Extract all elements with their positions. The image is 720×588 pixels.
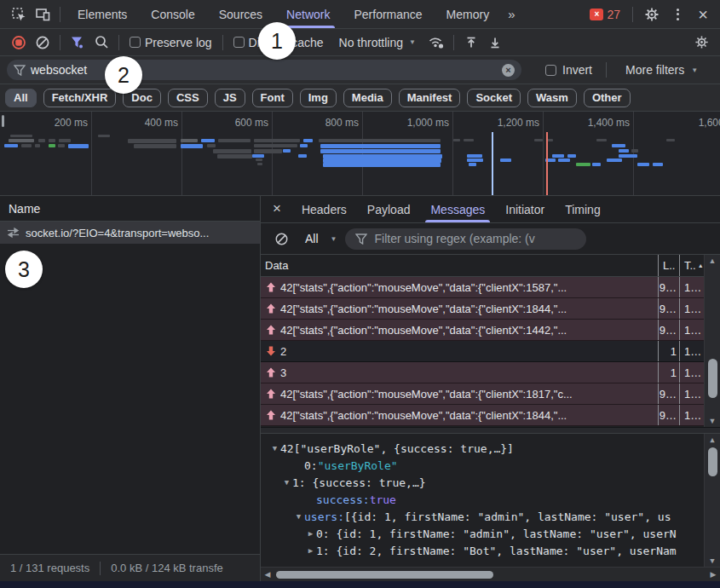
waterfall-bar — [612, 144, 625, 147]
tab-console[interactable]: Console — [139, 0, 206, 28]
search-icon[interactable] — [89, 32, 113, 54]
tree-node[interactable]: ▼users: [{id: 1, firstName: "admin", las… — [261, 508, 720, 525]
scrollbar-thumb[interactable] — [276, 571, 493, 579]
filter-toggle-icon[interactable] — [66, 32, 89, 54]
chip-font[interactable]: Font — [252, 89, 293, 107]
requests-count: 1 / 131 requests — [10, 562, 89, 574]
tab-elements[interactable]: Elements — [66, 0, 139, 28]
message-row[interactable]: 311… — [261, 362, 720, 383]
network-settings-gear-icon[interactable] — [689, 32, 713, 54]
invert-checkbox[interactable]: Invert — [545, 63, 592, 77]
message-row[interactable]: 42["stats",{"action":"mouseMove","data":… — [261, 383, 720, 405]
throttling-dropdown[interactable]: No throttling ▼ — [339, 36, 416, 49]
preserve-log-checkbox[interactable]: Preserve log — [130, 36, 212, 49]
chip-fetchxhr[interactable]: Fetch/XHR — [43, 89, 117, 107]
device-toolbar-icon[interactable] — [31, 3, 55, 26]
scrollbar-thumb[interactable] — [708, 359, 717, 398]
more-filters-dropdown[interactable]: More filters ▼ — [625, 63, 698, 77]
scroll-up-icon[interactable]: ▲ — [709, 255, 717, 267]
scroll-right-icon[interactable]: ▶ — [706, 570, 720, 579]
column-header-data[interactable]: Data — [261, 255, 658, 276]
detail-tab-headers[interactable]: Headers — [291, 196, 357, 222]
tab-performance[interactable]: Performance — [342, 0, 434, 28]
message-row[interactable]: 42["stats",{"action":"mouseMove","data":… — [261, 277, 720, 298]
scroll-up-icon[interactable]: ▲ — [710, 434, 714, 446]
clear-messages-icon[interactable] — [269, 228, 293, 250]
chip-media[interactable]: Media — [343, 89, 392, 107]
tree-node[interactable]: 0: "userByRole" — [261, 457, 720, 474]
inspect-element-icon[interactable] — [7, 3, 31, 26]
detail-tab-timing[interactable]: Timing — [555, 196, 611, 222]
network-conditions-icon[interactable] — [424, 32, 448, 54]
tree-node[interactable]: ▶1: {id: 2, firstName: "Bot", lastName: … — [261, 542, 720, 559]
chip-manifest[interactable]: Manifest — [399, 89, 461, 107]
settings-gear-icon[interactable] — [640, 3, 664, 26]
kebab-menu-icon[interactable] — [665, 3, 689, 26]
message-row[interactable]: 211… — [261, 341, 720, 362]
detail-tab-initiator[interactable]: Initiator — [495, 196, 555, 222]
scrollbar-thumb[interactable] — [708, 447, 717, 476]
request-row[interactable]: socket.io/?EIO=4&transport=webso... — [0, 222, 260, 244]
tree-node[interactable]: ▼1: {success: true,…} — [261, 474, 720, 491]
message-row[interactable]: 42["stats",{"action":"mouseMove","data":… — [261, 405, 720, 426]
tree-node[interactable]: ▶0: {id: 1, firstName: "admin", lastName… — [261, 525, 720, 542]
chip-wasm[interactable]: Wasm — [527, 89, 577, 107]
message-row[interactable]: 42["stats",{"action":"mouseMove","data":… — [261, 320, 720, 341]
messages-vertical-scrollbar[interactable]: ▲ ▼ — [704, 255, 720, 427]
detail-tab-messages[interactable]: Messages — [420, 196, 495, 222]
chip-all[interactable]: All — [5, 89, 37, 107]
column-header-length[interactable]: L.. — [658, 255, 679, 276]
timeline-grip[interactable] — [2, 115, 4, 127]
messages-table-header[interactable]: DataL..T..▲ — [261, 255, 720, 277]
scroll-down-icon[interactable]: ▼ — [710, 555, 714, 567]
throttling-value: No throttling — [339, 36, 403, 49]
name-column-header[interactable]: Name — [0, 196, 260, 222]
chip-other[interactable]: Other — [584, 89, 631, 107]
chip-css[interactable]: CSS — [168, 89, 208, 107]
tree-expanded-icon[interactable]: ▼ — [293, 512, 304, 521]
chip-socket[interactable]: Socket — [467, 89, 521, 107]
tree-expanded-icon[interactable]: ▼ — [269, 444, 280, 453]
pane-splitter[interactable] — [261, 427, 720, 434]
filter-input[interactable]: websocket × — [7, 60, 521, 80]
import-har-icon[interactable] — [459, 32, 483, 54]
waterfall-bar — [213, 149, 251, 153]
waterfall-bar — [607, 159, 622, 162]
column-header-time[interactable]: T..▲ — [679, 255, 704, 276]
network-overview-timeline[interactable]: 200 ms400 ms600 ms800 ms1,000 ms1,200 ms… — [0, 112, 720, 196]
waterfall-bar — [467, 159, 483, 162]
message-type-dropdown[interactable]: All ▼ — [305, 232, 337, 245]
tree-node[interactable]: ▼42["userByRole", {success: true,…}] — [261, 440, 720, 457]
close-detail-icon[interactable]: × — [269, 200, 288, 219]
record-network-log-icon[interactable] — [7, 32, 31, 54]
clear-network-log-icon[interactable] — [31, 32, 55, 54]
tab-memory[interactable]: Memory — [435, 0, 502, 28]
tree-collapsed-icon[interactable]: ▶ — [305, 546, 316, 555]
clear-filter-icon[interactable]: × — [502, 64, 515, 77]
tree-node[interactable]: success: true — [261, 491, 720, 508]
message-text: 42["stats",{"action":"mouseMove","data":… — [280, 409, 567, 422]
more-tabs-button[interactable]: » — [501, 7, 520, 21]
tab-sources[interactable]: Sources — [207, 0, 274, 28]
tree-expanded-icon[interactable]: ▼ — [281, 478, 292, 487]
export-har-icon[interactable] — [483, 32, 507, 54]
detail-tab-payload[interactable]: Payload — [357, 196, 421, 222]
scroll-down-icon[interactable]: ▼ — [709, 415, 717, 427]
waterfall-bar — [558, 159, 570, 162]
close-devtools-icon[interactable]: × — [691, 3, 715, 26]
tree-token-key: success: — [316, 493, 370, 506]
waterfall-bar — [653, 163, 663, 166]
requests-panel: Name socket.io/?EIO=4&transport=webso...… — [0, 196, 261, 581]
scroll-left-icon[interactable]: ◀ — [261, 570, 274, 579]
waterfall-bar — [303, 139, 313, 142]
error-badge[interactable]: × 27 — [585, 8, 625, 21]
funnel-icon — [14, 65, 26, 76]
message-regex-filter-input[interactable]: Filter using regex (example: (v — [345, 228, 586, 250]
message-data-cell: 42["stats",{"action":"mouseMove","data":… — [261, 383, 658, 404]
chip-js[interactable]: JS — [215, 89, 245, 107]
chip-img[interactable]: Img — [300, 89, 337, 107]
message-row[interactable]: 42["stats",{"action":"mouseMove","data":… — [261, 298, 720, 320]
tree-vertical-scrollbar[interactable]: ▲ ▼ — [704, 434, 720, 567]
tree-collapsed-icon[interactable]: ▶ — [305, 529, 316, 538]
tree-horizontal-scrollbar[interactable]: ◀ ▶ — [261, 567, 720, 581]
